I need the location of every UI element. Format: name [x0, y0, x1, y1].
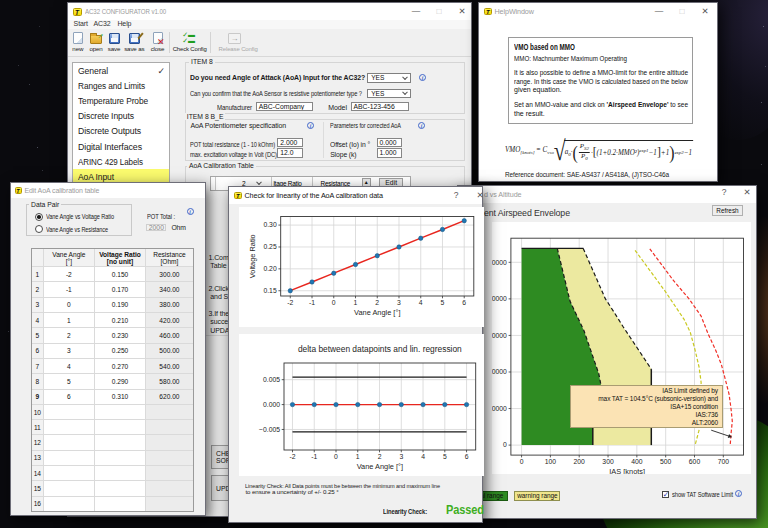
table-cell[interactable] — [94, 466, 145, 480]
q2-combobox[interactable]: YES — [367, 89, 410, 99]
table-row[interactable]: 11 — [32, 419, 193, 434]
table-cell[interactable]: 460.00 — [145, 328, 192, 342]
table-cell[interactable]: 380.00 — [145, 298, 192, 312]
table-cell[interactable]: -1 — [43, 282, 94, 296]
table-row[interactable]: 630.250500.00 — [32, 343, 193, 358]
table-row[interactable]: 410.210420.00 — [32, 312, 193, 327]
sidebar-item-temperature-probe[interactable]: Temperature Probe — [73, 93, 169, 108]
table-cell[interactable]: 0.190 — [94, 298, 145, 312]
table-cell[interactable] — [43, 435, 94, 449]
table-cell[interactable] — [43, 451, 94, 465]
envelope-titlebar[interactable]: d vs Altitude — [458, 186, 756, 203]
table-cell[interactable]: 0 — [43, 298, 94, 312]
table-cell[interactable]: 0.210 — [94, 313, 145, 327]
pot-resistance-field[interactable]: 2.000 — [277, 138, 302, 147]
sidebar-item-ranges-and-limits[interactable]: Ranges and Limits — [73, 78, 169, 93]
table-cell[interactable]: 500.00 — [145, 344, 192, 358]
table-cell[interactable]: 0.250 — [94, 344, 145, 358]
pot-total-field[interactable]: 2000 — [146, 224, 167, 232]
q1-info-icon[interactable]: i — [419, 74, 426, 81]
table-cell[interactable]: 340.00 — [145, 282, 192, 296]
table-cell[interactable] — [145, 497, 192, 511]
table-cell[interactable]: 5 — [43, 374, 94, 388]
minimize-button[interactable]: — — [405, 3, 427, 20]
table-cell[interactable]: 1 — [43, 313, 94, 327]
sidebar-item-digital-interfaces[interactable]: Digital Interfaces — [73, 139, 169, 154]
table-row[interactable]: 16 — [32, 496, 193, 511]
table-cell[interactable] — [94, 451, 145, 465]
sidebar-item-general[interactable]: General✓ — [73, 63, 169, 78]
table-row[interactable]: 520.230460.00 — [32, 327, 193, 342]
close-button[interactable]: ✕ — [451, 3, 473, 20]
table-cell[interactable] — [94, 405, 145, 419]
table-cell[interactable] — [94, 481, 145, 495]
table-cell[interactable]: 3 — [43, 344, 94, 358]
table-cell[interactable]: -2 — [43, 267, 94, 281]
radio-voltage-ratio[interactable] — [35, 213, 43, 221]
table-cell[interactable]: 4 — [43, 359, 94, 373]
table-cell[interactable]: 6 — [43, 390, 94, 404]
table-cell[interactable]: 0.290 — [94, 374, 145, 388]
table-row[interactable]: 15 — [32, 480, 193, 495]
table-cell[interactable] — [43, 481, 94, 495]
table-row[interactable]: 2-10.170340.00 — [32, 281, 193, 296]
offset-field[interactable]: 0.000 — [377, 138, 402, 147]
model-field[interactable]: ABC-123-456 — [351, 102, 409, 112]
q1-combobox[interactable]: YES — [367, 73, 410, 83]
help-button[interactable]: ? — [713, 184, 735, 201]
table-cell[interactable] — [145, 451, 192, 465]
table-row[interactable]: 960.310620.00 — [32, 389, 193, 404]
table-row[interactable]: 12 — [32, 434, 193, 449]
table-cell[interactable] — [94, 435, 145, 449]
calibration-table[interactable]: Vane Angle[°]Voltage Ratio[no unit]Resis… — [31, 248, 194, 512]
table-row[interactable]: 10 — [32, 404, 193, 419]
show-tat-checkbox[interactable]: ✓ — [662, 491, 669, 498]
edit-titlebar[interactable]: T Edit AoA calibration table — [11, 183, 205, 198]
close-button[interactable]: ✕ — [694, 3, 716, 20]
table-cell[interactable]: 0.230 — [94, 328, 145, 342]
pot-spec-info-icon[interactable]: i — [307, 122, 314, 129]
table-cell[interactable] — [43, 466, 94, 480]
table-cell[interactable] — [43, 420, 94, 434]
table-cell[interactable]: 0.170 — [94, 282, 145, 296]
table-cell[interactable] — [145, 420, 192, 434]
table-cell[interactable] — [145, 481, 192, 495]
close-button[interactable]: ✕ — [736, 184, 758, 201]
table-row[interactable]: 300.190380.00 — [32, 297, 193, 312]
table-cell[interactable] — [43, 497, 94, 511]
table-cell[interactable]: 580.00 — [145, 374, 192, 388]
table-cell[interactable]: 420.00 — [145, 313, 192, 327]
table-cell[interactable] — [94, 420, 145, 434]
slope-field[interactable]: 1.000 — [377, 148, 402, 157]
table-cell[interactable]: 0.270 — [94, 359, 145, 373]
table-row[interactable]: 740.270540.00 — [32, 358, 193, 373]
show-tat-info-icon[interactable]: i — [735, 490, 742, 497]
table-row[interactable]: 850.290580.00 — [32, 373, 193, 388]
refresh-button[interactable]: Refresh — [712, 205, 743, 216]
table-cell[interactable]: 0.150 — [94, 267, 145, 281]
sidebar-item-discrete-inputs[interactable]: Discrete Inputs — [73, 109, 169, 124]
maximize-button[interactable]: □ — [671, 3, 693, 20]
radio-voltage-ratio-label[interactable]: Vane Angle vs Voltage Ratio — [46, 213, 114, 220]
help-button[interactable]: ? — [445, 187, 467, 204]
table-row[interactable]: 14 — [32, 465, 193, 480]
table-cell[interactable]: 2 — [43, 328, 94, 342]
minimize-button[interactable]: — — [648, 3, 670, 20]
table-cell[interactable] — [145, 435, 192, 449]
maximize-button[interactable]: □ — [428, 3, 450, 20]
pot-total-info-icon[interactable]: i — [187, 208, 194, 215]
table-row[interactable]: 1-20.150300.00 — [32, 266, 193, 281]
toolbar-check-config-button[interactable]: ✓▬✓▬Check Config — [172, 31, 206, 52]
table-cell[interactable]: 300.00 — [145, 267, 192, 281]
menu-item-start[interactable]: Start — [74, 20, 88, 27]
sidebar-item-arinc-429-labels[interactable]: ARINC 429 Labels — [73, 154, 169, 169]
table-cell[interactable]: 620.00 — [145, 390, 192, 404]
table-row[interactable]: 13 — [32, 450, 193, 465]
sidebar-item-discrete-outputs[interactable]: Discrete Outputs — [73, 124, 169, 139]
table-cell[interactable] — [94, 497, 145, 511]
table-cell[interactable] — [145, 466, 192, 480]
excitation-field[interactable]: 12.0 — [277, 148, 302, 157]
close-button[interactable]: ✕ — [469, 187, 491, 204]
manufacturer-field[interactable]: ABC-Company — [256, 102, 313, 112]
table-cell[interactable]: 540.00 — [145, 359, 192, 373]
